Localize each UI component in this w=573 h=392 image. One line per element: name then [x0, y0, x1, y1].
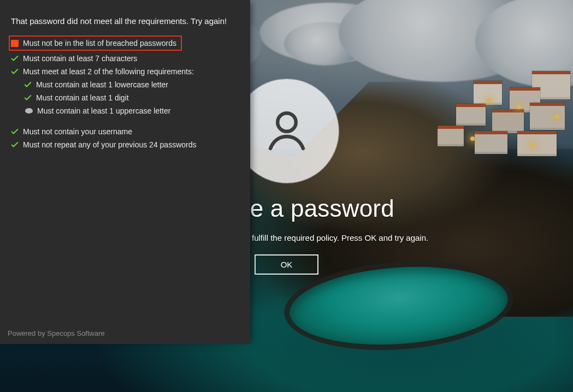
- rule-text: Must contain at least 1 uppercase letter: [37, 105, 170, 116]
- rule-breached-password: Must not be in the list of breached pass…: [9, 35, 182, 51]
- check-icon: [11, 55, 19, 62]
- panel-footer: Powered by Specops Software: [8, 329, 105, 337]
- rule-text: Must not contain your username: [23, 126, 132, 137]
- check-icon: [24, 94, 32, 102]
- check-icon: [11, 141, 19, 149]
- neutral-dot-icon: [25, 108, 33, 114]
- requirements-heading: That password did not meet all the requi…: [11, 16, 241, 26]
- check-icon: [11, 68, 19, 75]
- rule-text: Must meet at least 2 of the following re…: [23, 66, 194, 77]
- rule-text: Must contain at least 1 lowercase letter: [36, 79, 168, 90]
- ok-button[interactable]: OK: [255, 254, 319, 275]
- rule-two-of-following: Must meet at least 2 of the following re…: [11, 66, 241, 77]
- check-icon: [24, 81, 32, 88]
- user-avatar: [235, 79, 339, 183]
- check-icon: [11, 128, 19, 135]
- svg-point-0: [277, 113, 296, 132]
- rule-digit: Must contain at least 1 digit: [11, 92, 241, 103]
- password-requirements-panel: That password did not meet all the requi…: [0, 0, 250, 344]
- user-icon: [261, 105, 313, 157]
- rule-lowercase: Must contain at least 1 lowercase letter: [11, 79, 241, 90]
- fail-icon: [11, 40, 19, 47]
- rule-password-history: Must not repeat any of your previous 24 …: [11, 139, 241, 150]
- rule-text: Must contain at least 1 digit: [36, 92, 129, 103]
- rule-text: Must contain at least 7 characters: [23, 53, 137, 64]
- rule-text: Must not be in the list of breached pass…: [23, 38, 176, 49]
- rule-uppercase: Must contain at least 1 uppercase letter: [11, 105, 241, 116]
- rule-min-length: Must contain at least 7 characters: [11, 53, 241, 64]
- rule-no-username: Must not contain your username: [11, 126, 241, 137]
- rule-text: Must not repeat any of your previous 24 …: [23, 139, 197, 150]
